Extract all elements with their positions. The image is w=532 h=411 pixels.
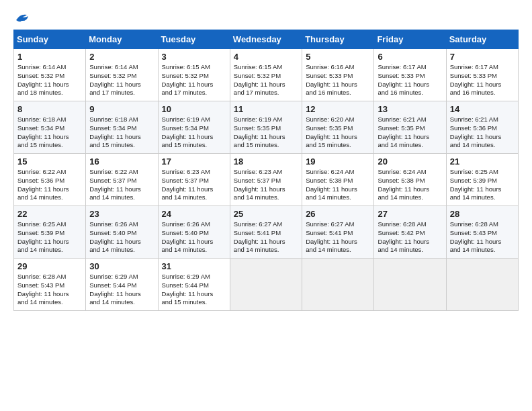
calendar-week-4: 29Sunrise: 6:28 AM Sunset: 5:43 PM Dayli… xyxy=(14,259,519,311)
calendar-cell xyxy=(446,259,518,311)
day-info: Sunrise: 6:14 AM Sunset: 5:32 PM Dayligh… xyxy=(89,63,154,97)
calendar-cell: 1Sunrise: 6:14 AM Sunset: 5:32 PM Daylig… xyxy=(14,49,86,101)
calendar-cell: 10Sunrise: 6:19 AM Sunset: 5:34 PM Dayli… xyxy=(158,101,230,154)
day-number: 14 xyxy=(450,104,515,114)
calendar-week-0: 1Sunrise: 6:14 AM Sunset: 5:32 PM Daylig… xyxy=(14,49,519,101)
day-info: Sunrise: 6:15 AM Sunset: 5:32 PM Dayligh… xyxy=(234,63,298,97)
day-number: 25 xyxy=(234,209,298,219)
day-number: 9 xyxy=(89,104,154,114)
day-info: Sunrise: 6:25 AM Sunset: 5:39 PM Dayligh… xyxy=(17,220,82,255)
calendar-cell: 12Sunrise: 6:20 AM Sunset: 5:35 PM Dayli… xyxy=(302,101,374,154)
calendar-cell: 2Sunrise: 6:14 AM Sunset: 5:32 PM Daylig… xyxy=(86,49,158,101)
calendar-cell xyxy=(302,259,374,311)
calendar-cell: 8Sunrise: 6:18 AM Sunset: 5:34 PM Daylig… xyxy=(14,101,86,154)
calendar-week-3: 22Sunrise: 6:25 AM Sunset: 5:39 PM Dayli… xyxy=(14,206,519,259)
calendar-cell: 23Sunrise: 6:26 AM Sunset: 5:40 PM Dayli… xyxy=(86,206,158,259)
day-number: 10 xyxy=(162,104,226,114)
day-number: 4 xyxy=(234,52,298,62)
day-info: Sunrise: 6:26 AM Sunset: 5:40 PM Dayligh… xyxy=(89,220,154,255)
header-thursday: Thursday xyxy=(302,30,374,49)
header-tuesday: Tuesday xyxy=(158,30,230,49)
day-info: Sunrise: 6:25 AM Sunset: 5:39 PM Dayligh… xyxy=(450,168,515,202)
day-info: Sunrise: 6:16 AM Sunset: 5:33 PM Dayligh… xyxy=(306,63,370,97)
calendar-cell: 7Sunrise: 6:17 AM Sunset: 5:33 PM Daylig… xyxy=(446,49,518,101)
day-info: Sunrise: 6:23 AM Sunset: 5:37 PM Dayligh… xyxy=(234,168,298,202)
calendar-cell: 31Sunrise: 6:29 AM Sunset: 5:44 PM Dayli… xyxy=(158,259,230,311)
day-number: 31 xyxy=(162,261,226,271)
day-info: Sunrise: 6:21 AM Sunset: 5:35 PM Dayligh… xyxy=(378,116,442,150)
day-info: Sunrise: 6:28 AM Sunset: 5:43 PM Dayligh… xyxy=(17,273,82,307)
day-info: Sunrise: 6:22 AM Sunset: 5:36 PM Dayligh… xyxy=(17,168,82,202)
day-number: 30 xyxy=(89,261,154,271)
day-number: 23 xyxy=(89,209,154,219)
day-number: 12 xyxy=(306,104,370,114)
header xyxy=(13,12,519,21)
day-info: Sunrise: 6:27 AM Sunset: 5:41 PM Dayligh… xyxy=(234,220,298,255)
day-number: 17 xyxy=(162,156,226,167)
day-number: 16 xyxy=(89,156,154,167)
calendar-table: SundayMondayTuesdayWednesdayThursdayFrid… xyxy=(13,30,519,311)
calendar-cell xyxy=(230,259,302,311)
header-wednesday: Wednesday xyxy=(230,30,302,49)
calendar-cell: 5Sunrise: 6:16 AM Sunset: 5:33 PM Daylig… xyxy=(302,49,374,101)
day-info: Sunrise: 6:20 AM Sunset: 5:35 PM Dayligh… xyxy=(306,116,370,150)
day-number: 26 xyxy=(306,209,370,219)
header-friday: Friday xyxy=(374,30,446,49)
day-info: Sunrise: 6:28 AM Sunset: 5:43 PM Dayligh… xyxy=(450,220,515,255)
calendar-week-1: 8Sunrise: 6:18 AM Sunset: 5:34 PM Daylig… xyxy=(14,101,519,154)
day-number: 3 xyxy=(162,52,226,62)
day-number: 15 xyxy=(17,156,82,167)
day-number: 18 xyxy=(234,156,298,167)
day-number: 20 xyxy=(378,156,442,167)
day-info: Sunrise: 6:17 AM Sunset: 5:33 PM Dayligh… xyxy=(450,63,515,97)
day-info: Sunrise: 6:23 AM Sunset: 5:37 PM Dayligh… xyxy=(162,168,226,202)
calendar-cell: 29Sunrise: 6:28 AM Sunset: 5:43 PM Dayli… xyxy=(14,259,86,311)
calendar-cell: 9Sunrise: 6:18 AM Sunset: 5:34 PM Daylig… xyxy=(86,101,158,154)
calendar-cell: 6Sunrise: 6:17 AM Sunset: 5:33 PM Daylig… xyxy=(374,49,446,101)
day-number: 21 xyxy=(450,156,515,167)
calendar-cell: 19Sunrise: 6:24 AM Sunset: 5:38 PM Dayli… xyxy=(302,154,374,206)
day-info: Sunrise: 6:18 AM Sunset: 5:34 PM Dayligh… xyxy=(17,116,82,150)
day-number: 7 xyxy=(450,52,515,62)
calendar-cell: 4Sunrise: 6:15 AM Sunset: 5:32 PM Daylig… xyxy=(230,49,302,101)
calendar-cell xyxy=(374,259,446,311)
calendar-cell: 20Sunrise: 6:24 AM Sunset: 5:38 PM Dayli… xyxy=(374,154,446,206)
day-number: 1 xyxy=(17,52,82,62)
calendar-cell: 18Sunrise: 6:23 AM Sunset: 5:37 PM Dayli… xyxy=(230,154,302,206)
calendar-cell: 11Sunrise: 6:19 AM Sunset: 5:35 PM Dayli… xyxy=(230,101,302,154)
day-number: 8 xyxy=(17,104,82,114)
day-info: Sunrise: 6:26 AM Sunset: 5:40 PM Dayligh… xyxy=(162,220,226,255)
calendar-cell: 28Sunrise: 6:28 AM Sunset: 5:43 PM Dayli… xyxy=(446,206,518,259)
header-saturday: Saturday xyxy=(446,30,518,49)
calendar-cell: 30Sunrise: 6:29 AM Sunset: 5:44 PM Dayli… xyxy=(86,259,158,311)
day-number: 24 xyxy=(162,209,226,219)
day-number: 29 xyxy=(17,261,82,271)
logo-bird-icon xyxy=(15,12,30,24)
day-info: Sunrise: 6:28 AM Sunset: 5:42 PM Dayligh… xyxy=(378,220,442,255)
calendar-cell: 15Sunrise: 6:22 AM Sunset: 5:36 PM Dayli… xyxy=(14,154,86,206)
logo xyxy=(13,12,30,21)
day-number: 19 xyxy=(306,156,370,167)
day-number: 13 xyxy=(378,104,442,114)
day-number: 2 xyxy=(89,52,154,62)
day-number: 6 xyxy=(378,52,442,62)
calendar-header-row: SundayMondayTuesdayWednesdayThursdayFrid… xyxy=(14,30,519,49)
day-info: Sunrise: 6:15 AM Sunset: 5:32 PM Dayligh… xyxy=(162,63,226,97)
day-number: 22 xyxy=(17,209,82,219)
day-info: Sunrise: 6:29 AM Sunset: 5:44 PM Dayligh… xyxy=(162,273,226,307)
day-number: 5 xyxy=(306,52,370,62)
day-number: 27 xyxy=(378,209,442,219)
day-info: Sunrise: 6:14 AM Sunset: 5:32 PM Dayligh… xyxy=(17,63,82,97)
day-number: 28 xyxy=(450,209,515,219)
calendar-cell: 25Sunrise: 6:27 AM Sunset: 5:41 PM Dayli… xyxy=(230,206,302,259)
header-sunday: Sunday xyxy=(14,30,86,49)
calendar-cell: 24Sunrise: 6:26 AM Sunset: 5:40 PM Dayli… xyxy=(158,206,230,259)
header-monday: Monday xyxy=(86,30,158,49)
calendar-cell: 21Sunrise: 6:25 AM Sunset: 5:39 PM Dayli… xyxy=(446,154,518,206)
day-number: 11 xyxy=(234,104,298,114)
day-info: Sunrise: 6:24 AM Sunset: 5:38 PM Dayligh… xyxy=(378,168,442,202)
day-info: Sunrise: 6:18 AM Sunset: 5:34 PM Dayligh… xyxy=(89,116,154,150)
day-info: Sunrise: 6:22 AM Sunset: 5:37 PM Dayligh… xyxy=(89,168,154,202)
calendar-cell: 13Sunrise: 6:21 AM Sunset: 5:35 PM Dayli… xyxy=(374,101,446,154)
day-info: Sunrise: 6:17 AM Sunset: 5:33 PM Dayligh… xyxy=(378,63,442,97)
